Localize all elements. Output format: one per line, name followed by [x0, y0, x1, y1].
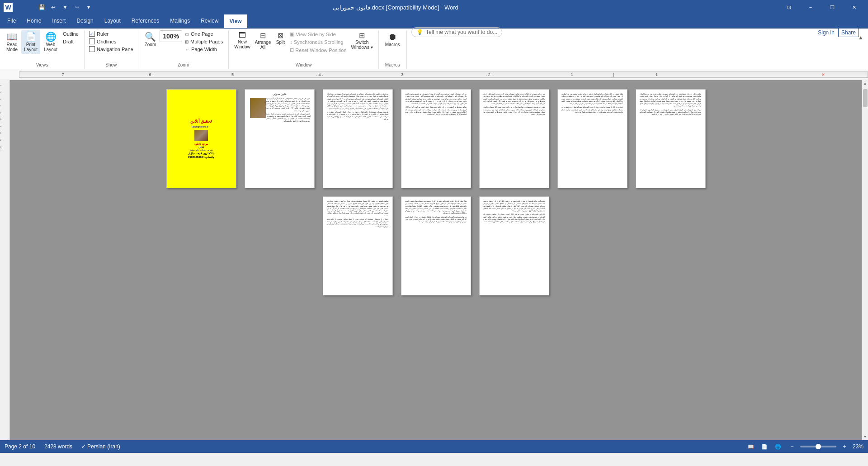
page-width-button[interactable]: ↔ Page Width — [183, 46, 225, 53]
signin-area: Sign in Share — [813, 28, 863, 37]
undo-dropdown[interactable]: ▾ — [60, 2, 71, 13]
page-3-content: پردازش در قلمرو فکری بابلی‌ها و دستیابی … — [323, 90, 392, 188]
minimize-button[interactable]: − — [800, 0, 821, 14]
outline-button[interactable]: Outline — [61, 30, 80, 38]
zoom-thumb[interactable] — [816, 444, 821, 449]
page-8[interactable]: مفاهیم اساسی در حقوق بابل شامل مسئولیت م… — [323, 196, 393, 295]
page-7-content: نظام بردگی در بابل باستان نیز در قانون‌ن… — [636, 90, 705, 188]
ad-url: Tahghighonline.ir ← — [191, 125, 211, 128]
draft-button[interactable]: Draft — [61, 38, 80, 45]
proofing-icon[interactable]: ✓ Persian (Iran) — [81, 443, 120, 450]
save-button[interactable]: 💾 — [36, 2, 47, 13]
ribbon-content: 📖 Read Mode 📄 PrintLayout 🌐 WebLayout Ou… — [0, 29, 868, 69]
close-button[interactable]: ✕ — [844, 0, 864, 14]
page-4[interactable]: در باب زمینه‌های قانونی این تمدن باید گف… — [401, 89, 471, 188]
switch-windows-icon: ⊞ — [359, 31, 365, 40]
share-button[interactable]: Share — [838, 28, 859, 37]
ruler-bar[interactable]: 7 . 6 . 5 . 4 . 3 . 2 . 1 | 1 ✕ — [19, 71, 868, 78]
tab-file[interactable]: File — [2, 14, 21, 28]
split-button[interactable]: ⊠ Split — [274, 30, 287, 46]
synchronous-scrolling-button[interactable]: ↕ Synchronous Scrolling — [288, 38, 348, 46]
main-area: 1 2 3 4 5 6 7 8 9 10 تحقیق آنلاین Tahghi… — [0, 80, 868, 440]
tab-view[interactable]: View — [224, 14, 247, 28]
gridlines-checkbox[interactable]: Gridlines — [88, 38, 117, 45]
ad-price: با کمترین قیمت بازار — [188, 152, 214, 155]
zoom-in-button[interactable]: + — [839, 441, 850, 452]
page-10-content: نتیجه‌گیری نهایی پژوهش در مورد قانون حمو… — [480, 197, 549, 295]
tab-insert[interactable]: Insert — [47, 14, 71, 28]
page-2[interactable]: قانون حمورابی طور کلی فارم در بلقا از مت… — [245, 89, 315, 188]
web-layout-button[interactable]: 🌐 WebLayout — [41, 30, 60, 54]
vertical-scrollbar[interactable]: ▲ ▼ — [862, 80, 868, 440]
page-9[interactable]: همان‌طور که ذکر شد و قانون‌نامه حمورابی … — [401, 196, 471, 295]
ruler: 7 . 6 . 5 . 4 . 3 . 2 . 1 | 1 ✕ — [0, 69, 868, 80]
page-2-image — [250, 98, 266, 118]
navigation-pane-checkbox[interactable]: Navigation Pane — [88, 46, 134, 52]
read-mode-button[interactable]: 📖 Read Mode — [4, 30, 20, 54]
page-7[interactable]: نظام بردگی در بابل باستان نیز در قانون‌ن… — [636, 89, 706, 188]
pages-row-1: تحقیق آنلاین Tahghighonline.ir ← مرجع دا… — [28, 89, 844, 188]
tell-me-area: 💡 Tell me what you want to do... — [407, 27, 814, 37]
page-10[interactable]: نتیجه‌گیری نهایی پژوهش در مورد قانون حمو… — [479, 196, 549, 295]
tab-layout[interactable]: Layout — [99, 14, 126, 28]
redo-button[interactable]: ↪ — [71, 2, 82, 13]
window-group-label: Window — [296, 62, 312, 69]
page-1[interactable]: تحقیق آنلاین Tahghighonline.ir ← مرجع دا… — [166, 89, 236, 188]
tab-review[interactable]: Review — [195, 14, 224, 28]
tab-references[interactable]: References — [126, 14, 165, 28]
pages-row-2: مفاهیم اساسی در حقوق بابل شامل مسئولیت م… — [28, 196, 844, 295]
scroll-down-button[interactable]: ▼ — [862, 433, 868, 440]
page-6[interactable]: نظام قضایی در بابل باستان بر اساس اصل چش… — [557, 89, 627, 188]
gridlines-check-icon — [89, 38, 95, 44]
ad-subtitle: مرجع دانلود — [194, 142, 208, 145]
word-count: 2428 words — [44, 443, 72, 450]
page-6-content: نظام قضایی در بابل باستان بر اساس اصل چش… — [558, 90, 627, 188]
sign-in-button[interactable]: Sign in — [818, 29, 835, 36]
title-bar-left: W 💾 ↩ ▾ ↪ ▾ — [4, 3, 13, 12]
new-window-icon: 🗔 — [239, 31, 246, 39]
zoom-group: 🔍 Zoom 100% ▭ One Page ⊞ Multiple Pages … — [138, 30, 229, 69]
one-page-button[interactable]: ▭ One Page — [183, 30, 225, 38]
macros-button[interactable]: ⏺ Macros — [382, 30, 403, 49]
multiple-pages-button[interactable]: ⊞ Multiple Pages — [183, 38, 225, 45]
document-canvas[interactable]: تحقیق آنلاین Tahghighonline.ir ← مرجع دا… — [10, 80, 862, 440]
page-5[interactable]: باید در این خصوص به جایگاه زن در قوانین … — [479, 89, 549, 188]
document-title: قانون حمورابی.docx [Compatibility Mode] … — [13, 4, 778, 11]
zoom-button[interactable]: 🔍 Zoom — [142, 30, 159, 49]
page-4-content: در باب زمینه‌های قانونی این تمدن باید گف… — [401, 90, 471, 188]
scroll-up-button[interactable]: ▲ — [862, 80, 868, 87]
ad-items: ورد-پی دی اف - پاورپوینت — [190, 148, 213, 152]
ad-file-label: فایل — [198, 145, 204, 148]
customize-qat-button[interactable]: ▾ — [83, 2, 94, 13]
ruler-check-icon — [89, 31, 95, 37]
print-layout-status-button[interactable]: 📄 — [760, 443, 769, 451]
tell-me-input[interactable]: 💡 Tell me what you want to do... — [411, 27, 502, 37]
tab-design[interactable]: Design — [71, 14, 99, 28]
status-bar: Page 2 of 10 2428 words ✓ Persian (Iran)… — [0, 440, 868, 453]
tab-mailings[interactable]: Mailings — [165, 14, 195, 28]
read-mode-status-button[interactable]: 📖 — [746, 443, 756, 451]
status-bar-right: 📖 📄 🌐 − + 23% — [746, 441, 863, 452]
zoom-slider[interactable] — [800, 446, 836, 447]
display-options-button[interactable]: ⊡ — [778, 0, 799, 14]
undo-button[interactable]: ↩ — [48, 2, 59, 13]
web-layout-icon: 🌐 — [45, 32, 57, 41]
web-layout-status-button[interactable]: 🌐 — [773, 443, 783, 451]
view-side-by-side-button[interactable]: ▣ View Side by Side — [288, 30, 348, 38]
switch-windows-button[interactable]: ⊞ Switch Windows ▾ — [349, 30, 374, 51]
arrange-all-button[interactable]: ⊟ Arrange All — [253, 30, 273, 51]
reset-window-position-button[interactable]: ⊡ Reset Window Position — [288, 46, 348, 54]
restore-button[interactable]: ❐ — [822, 0, 843, 14]
show-group: Ruler Gridlines Navigation Pane Show — [85, 30, 138, 69]
ad-phone: واتساپ 09981366624 — [188, 155, 214, 158]
page-9-content: همان‌طور که ذکر شد و قانون‌نامه حمورابی … — [401, 197, 471, 295]
ruler-checkbox[interactable]: Ruler — [88, 30, 109, 37]
scroll-thumb[interactable] — [863, 89, 868, 107]
print-layout-button[interactable]: 📄 PrintLayout — [21, 30, 40, 54]
tab-home[interactable]: Home — [21, 14, 47, 28]
page-3[interactable]: پردازش در قلمرو فکری بابلی‌ها و دستیابی … — [323, 89, 393, 188]
zoom-out-button[interactable]: − — [787, 441, 797, 452]
zoom-100-button[interactable]: 100% — [160, 30, 182, 42]
new-window-button[interactable]: 🗔 New Window — [232, 30, 252, 50]
word-icon: W — [4, 3, 13, 12]
